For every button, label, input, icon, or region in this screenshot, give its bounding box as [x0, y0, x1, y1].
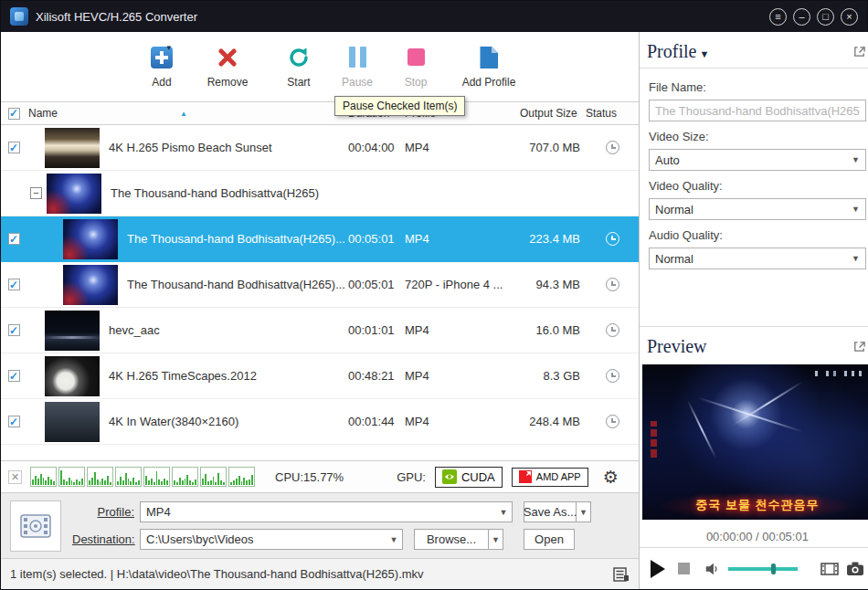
- audio-quality-arrow-icon: ▼: [852, 254, 860, 263]
- profile-caret-icon: ▼: [699, 48, 709, 59]
- video-size-select[interactable]: Auto ▼: [649, 149, 866, 171]
- settings-gear-icon[interactable]: ⚙: [603, 467, 619, 488]
- close-button[interactable]: ×: [841, 8, 858, 26]
- volume-icon[interactable]: [704, 562, 721, 576]
- file-name-input[interactable]: The Thousand-hand Bodhisattva(H265: [649, 100, 866, 121]
- video-size-label: Video Size:: [649, 130, 866, 143]
- cuda-toggle-button[interactable]: CUDA: [435, 467, 503, 488]
- row-checkbox[interactable]: [8, 233, 20, 245]
- row-name: 4K In Water(3840×2160): [100, 415, 348, 428]
- video-quality-select[interactable]: Normal ▼: [649, 198, 866, 220]
- video-thumbnail: [47, 174, 101, 214]
- row-output-size: 16.0 MB: [520, 323, 586, 337]
- stop-playback-button[interactable]: [678, 563, 690, 574]
- volume-slider-handle[interactable]: [771, 564, 776, 574]
- amd-app-toggle-button[interactable]: AMD APP: [512, 468, 588, 487]
- row-checkbox[interactable]: [8, 370, 20, 382]
- add-dropdown-caret-icon[interactable]: ▾: [166, 43, 171, 52]
- minimize-button[interactable]: –: [793, 8, 810, 26]
- select-all-checkbox[interactable]: [8, 108, 20, 120]
- column-header-output-size[interactable]: Output Size: [520, 107, 586, 120]
- stop-button[interactable]: Stop: [386, 45, 445, 89]
- table-row[interactable]: − 4K In Water(3840×2160) 00:01:44 MP4 24…: [1, 399, 639, 445]
- main-toolbar: ▾ Add Remove Start Pause: [1, 32, 639, 101]
- add-profile-icon: [479, 45, 499, 69]
- save-as-button[interactable]: Save As...: [524, 501, 577, 522]
- video-banner-text: 중국 보물 천수관음무: [642, 497, 868, 513]
- row-duration: 00:01:44: [348, 415, 405, 428]
- stop-icon: [408, 45, 425, 69]
- row-duration: 00:05:01: [348, 232, 405, 246]
- sort-ascending-icon: ▲: [180, 110, 187, 118]
- film-frame-icon[interactable]: [820, 562, 839, 576]
- table-row[interactable]: − The Thousand-hand Bodhisattva(H265): [1, 171, 639, 216]
- browse-dropdown-arrow-icon[interactable]: ▼: [489, 529, 503, 550]
- video-thumbnail: [63, 265, 118, 305]
- video-thumbnail: [45, 128, 100, 168]
- column-header-name[interactable]: Name: [26, 107, 348, 120]
- maximize-button[interactable]: □: [817, 8, 834, 26]
- row-checkbox[interactable]: [8, 279, 20, 290]
- row-name: The Thousand-hand Bodhisattva(H265)...: [118, 232, 348, 246]
- open-button[interactable]: Open: [524, 529, 575, 550]
- output-film-icon: [10, 500, 61, 552]
- pause-icon: [349, 45, 366, 69]
- row-name: 4K H.265 TimeScapes.2012: [100, 369, 348, 383]
- add-icon: ▾: [151, 45, 173, 69]
- table-row[interactable]: − 4K H.265 Pismo Beach Sunset 00:04:00 M…: [1, 125, 639, 171]
- row-name: The Thousand-hand Bodhisattva(H265): [101, 186, 348, 200]
- row-duration: 00:04:00: [348, 141, 405, 154]
- add-profile-button[interactable]: Add Profile: [460, 45, 518, 89]
- cpu-meter-cells: [30, 467, 255, 487]
- profile-combobox[interactable]: MP4 ▼: [140, 501, 513, 522]
- row-checkbox[interactable]: [8, 416, 20, 427]
- add-button[interactable]: ▾ Add: [132, 45, 191, 89]
- table-row[interactable]: − 4K H.265 TimeScapes.2012 00:48:21 MP4 …: [1, 353, 639, 399]
- video-red-caption: [651, 421, 657, 461]
- cuda-label: CUDA: [461, 470, 495, 484]
- save-as-dropdown-arrow-icon[interactable]: ▼: [577, 501, 591, 522]
- video-thumbnail: [45, 311, 100, 351]
- audio-quality-label: Audio Quality:: [649, 228, 866, 242]
- destination-combo-arrow-icon[interactable]: ▼: [386, 535, 402, 544]
- row-output-size: 8.3 GB: [520, 369, 586, 383]
- video-quality-value: Normal: [655, 203, 693, 216]
- table-row[interactable]: − hevc_aac 00:01:01 MP4 16.0 MB: [1, 308, 639, 353]
- pause-button[interactable]: Pause: [328, 45, 386, 89]
- row-profile: 720P - iPhone 4 ...: [405, 278, 520, 291]
- profile-section-title[interactable]: Profile▼: [647, 41, 709, 62]
- row-name: 4K H.265 Pismo Beach Sunset: [100, 141, 348, 154]
- start-button[interactable]: Start: [270, 45, 328, 89]
- audio-quality-select[interactable]: Normal ▼: [649, 248, 866, 269]
- amd-label: AMD APP: [536, 471, 581, 482]
- status-waiting-icon: [606, 141, 619, 154]
- preview-video[interactable]: 중국 보물 천수관음무: [642, 364, 868, 520]
- video-overlay-marks: [859, 371, 862, 376]
- profile-expand-icon[interactable]: [852, 45, 866, 58]
- profile-combo-arrow-icon[interactable]: ▼: [495, 508, 512, 517]
- remove-button[interactable]: Remove: [198, 45, 257, 89]
- profile-label: Profile:: [72, 505, 134, 519]
- cpu-meter-cell: [58, 467, 85, 487]
- play-button[interactable]: [651, 560, 665, 578]
- menu-button[interactable]: ≡: [769, 8, 787, 26]
- table-row[interactable]: − The Thousand-hand Bodhisattva(H265)...…: [1, 262, 639, 308]
- preview-expand-icon[interactable]: [852, 340, 866, 353]
- task-list-icon[interactable]: [613, 567, 630, 582]
- titlebar[interactable]: Xilisoft HEVC/H.265 Converter ≡ – □ ×: [1, 1, 867, 32]
- meter-close-icon[interactable]: ✕: [8, 470, 22, 484]
- column-header-status[interactable]: Status: [586, 107, 639, 120]
- browse-button[interactable]: Browse...: [414, 529, 489, 550]
- row-duration: 00:05:01: [348, 278, 405, 291]
- side-panel: Profile▼ File Name: The Thousand-hand Bo…: [639, 32, 868, 589]
- snapshot-camera-icon[interactable]: [846, 561, 864, 576]
- status-waiting-icon: [606, 278, 619, 291]
- row-checkbox[interactable]: [8, 324, 20, 336]
- volume-slider[interactable]: [728, 567, 798, 571]
- row-checkbox[interactable]: [8, 142, 20, 153]
- row-output-size: 94.3 MB: [520, 278, 586, 291]
- table-row[interactable]: − The Thousand-hand Bodhisattva(H265)...…: [1, 216, 639, 262]
- preview-section-title[interactable]: Preview: [647, 336, 707, 357]
- collapse-toggle[interactable]: −: [30, 187, 42, 199]
- destination-combobox[interactable]: C:\Users\byc\Videos ▼: [140, 529, 403, 550]
